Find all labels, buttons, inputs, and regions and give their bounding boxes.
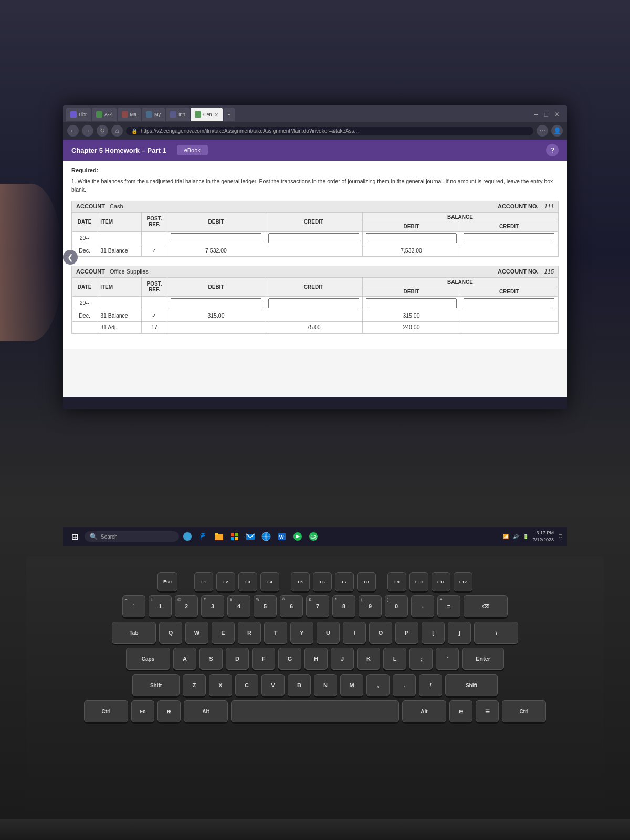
tab-libr[interactable]: Libr bbox=[66, 108, 91, 121]
key-minus[interactable]: _- bbox=[411, 595, 434, 617]
os-row2-bal-credit[interactable] bbox=[460, 310, 558, 321]
key-p[interactable]: P bbox=[395, 622, 418, 644]
key-i[interactable]: I bbox=[343, 622, 366, 644]
os-row2-credit[interactable] bbox=[265, 310, 362, 321]
key-z[interactable]: Z bbox=[183, 674, 206, 696]
cash-row2-bal-credit-input[interactable] bbox=[464, 247, 554, 254]
cash-row1-bal-credit[interactable] bbox=[460, 231, 558, 245]
key-m[interactable]: M bbox=[340, 674, 363, 696]
key-3[interactable]: #3 bbox=[201, 595, 224, 617]
key-slash[interactable]: / bbox=[419, 674, 442, 696]
os-row2-credit-input[interactable] bbox=[268, 312, 359, 319]
tab-plus[interactable]: + bbox=[224, 108, 235, 121]
os-row3-debit[interactable] bbox=[167, 321, 265, 333]
home-button[interactable]: ⌂ bbox=[111, 125, 123, 136]
key-b[interactable]: B bbox=[288, 674, 311, 696]
key-backtick[interactable]: ~` bbox=[122, 595, 145, 617]
os-row2-bal-credit-input[interactable] bbox=[464, 312, 554, 319]
key-rshift[interactable]: Shift bbox=[445, 674, 498, 696]
taskbar-word-icon[interactable]: W bbox=[276, 530, 288, 543]
key-tab[interactable]: Tab bbox=[112, 622, 156, 644]
key-w[interactable]: W bbox=[185, 622, 208, 644]
os-row1-credit-input[interactable] bbox=[268, 298, 359, 308]
key-k[interactable]: K bbox=[357, 648, 380, 670]
key-capslock[interactable]: Caps bbox=[126, 648, 170, 670]
cash-row1-credit-input[interactable] bbox=[268, 233, 359, 243]
key-rctrl[interactable]: Ctrl bbox=[502, 700, 546, 722]
key-f4[interactable]: F4 bbox=[260, 572, 279, 591]
address-bar[interactable]: 🔒 https://v2.cengagenow.com/ilrn/takeAss… bbox=[126, 127, 533, 135]
key-backslash[interactable]: \ bbox=[474, 622, 518, 644]
key-r[interactable]: R bbox=[238, 622, 261, 644]
forward-button[interactable]: → bbox=[82, 125, 93, 136]
key-j[interactable]: J bbox=[331, 648, 354, 670]
os-row3-bal-credit[interactable] bbox=[460, 321, 558, 333]
key-fn[interactable]: Fn bbox=[131, 700, 154, 722]
key-ctrl[interactable]: Ctrl bbox=[84, 700, 128, 722]
os-row3-debit-input[interactable] bbox=[171, 324, 261, 330]
taskbar-store-icon[interactable] bbox=[228, 530, 241, 543]
os-row1-debit[interactable] bbox=[167, 296, 265, 310]
key-rwin[interactable]: ⊞ bbox=[449, 700, 472, 722]
minimize-btn[interactable]: − bbox=[534, 110, 538, 119]
cash-row2-credit[interactable] bbox=[265, 245, 362, 256]
tab-ma[interactable]: Ma bbox=[118, 108, 141, 121]
cash-row1-credit[interactable] bbox=[265, 231, 362, 245]
extensions-btn[interactable]: ⋯ bbox=[537, 125, 548, 136]
key-space[interactable] bbox=[231, 700, 399, 722]
os-row1-bal-debit[interactable] bbox=[362, 296, 460, 310]
key-h[interactable]: H bbox=[304, 648, 328, 670]
key-9[interactable]: (9 bbox=[359, 595, 382, 617]
cash-row1-bal-credit-input[interactable] bbox=[464, 233, 554, 243]
key-l[interactable]: L bbox=[383, 648, 406, 670]
back-button[interactable]: ← bbox=[67, 125, 79, 136]
key-f10[interactable]: F10 bbox=[410, 572, 428, 591]
cash-row2-debit[interactable]: 7,532.00 bbox=[167, 245, 265, 256]
key-e[interactable]: E bbox=[212, 622, 235, 644]
key-f8[interactable]: F8 bbox=[357, 572, 376, 591]
scroll-left-btn[interactable]: ❮ bbox=[63, 250, 78, 265]
taskbar-spotify-icon[interactable] bbox=[307, 530, 320, 543]
key-2[interactable]: @2 bbox=[175, 595, 198, 617]
cash-row1-bal-debit-input[interactable] bbox=[366, 233, 457, 243]
key-x[interactable]: X bbox=[209, 674, 232, 696]
key-g[interactable]: G bbox=[278, 648, 301, 670]
key-t[interactable]: T bbox=[264, 622, 287, 644]
key-s[interactable]: S bbox=[200, 648, 223, 670]
maximize-btn[interactable]: □ bbox=[544, 111, 548, 118]
os-row1-credit[interactable] bbox=[265, 296, 362, 310]
key-lshift[interactable]: Shift bbox=[132, 674, 180, 696]
cash-row2-bal-credit[interactable] bbox=[460, 245, 558, 256]
key-f[interactable]: F bbox=[252, 648, 275, 670]
cash-row1-bal-debit[interactable] bbox=[362, 231, 460, 245]
key-u[interactable]: U bbox=[317, 622, 340, 644]
key-period[interactable]: . bbox=[393, 674, 416, 696]
notification-icon[interactable]: 🗨 bbox=[558, 534, 563, 539]
key-comma[interactable]: , bbox=[366, 674, 390, 696]
os-row1-debit-input[interactable] bbox=[171, 298, 261, 308]
key-f11[interactable]: F11 bbox=[432, 572, 450, 591]
refresh-button[interactable]: ↻ bbox=[97, 125, 108, 136]
taskbar-cortana-icon[interactable] bbox=[181, 530, 194, 543]
key-esc[interactable]: Esc bbox=[158, 572, 177, 591]
key-quote[interactable]: ' bbox=[436, 648, 459, 670]
tab-cen-active[interactable]: Cen ✕ bbox=[191, 108, 223, 121]
key-5[interactable]: %5 bbox=[254, 595, 277, 617]
key-d[interactable]: D bbox=[226, 648, 249, 670]
key-ralt[interactable]: Alt bbox=[402, 700, 446, 722]
start-button[interactable]: ⊞ bbox=[67, 530, 82, 544]
key-equals[interactable]: += bbox=[437, 595, 460, 617]
key-semicolon[interactable]: ; bbox=[410, 648, 433, 670]
taskbar-music-icon[interactable] bbox=[291, 530, 304, 543]
key-alt[interactable]: Alt bbox=[184, 700, 228, 722]
key-lbracket[interactable]: [ bbox=[422, 622, 445, 644]
key-c[interactable]: C bbox=[235, 674, 258, 696]
key-n[interactable]: N bbox=[314, 674, 337, 696]
help-btn[interactable]: ? bbox=[546, 144, 559, 156]
taskbar-clock[interactable]: 3:17 PM 7/12/2023 bbox=[533, 530, 554, 543]
taskbar-edge-icon[interactable] bbox=[197, 530, 209, 543]
os-row1-bal-debit-input[interactable] bbox=[366, 298, 457, 308]
key-a[interactable]: A bbox=[173, 648, 196, 670]
key-f1[interactable]: F1 bbox=[194, 572, 213, 591]
key-7[interactable]: &7 bbox=[306, 595, 329, 617]
